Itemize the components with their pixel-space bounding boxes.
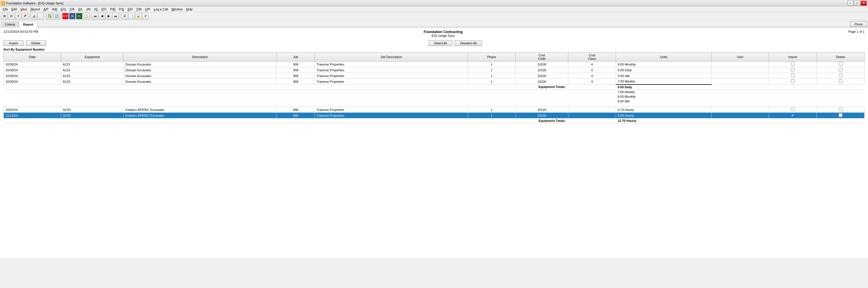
- cell-units: 9.00 Idle: [616, 73, 712, 79]
- menu-ar[interactable]: A/R: [50, 7, 59, 11]
- header-cost-class: CostClass: [568, 53, 616, 61]
- toolbar-btn-check[interactable]: ✅: [46, 13, 53, 19]
- tab-criteria[interactable]: Criteria: [1, 22, 19, 27]
- cell-description: Kobelco AP655C Excavator: [124, 113, 277, 118]
- menu-ps[interactable]: P/S: [117, 7, 126, 11]
- import-checkbox[interactable]: [791, 68, 795, 71]
- window-close-button[interactable]: ✕: [861, 1, 867, 6]
- minimize-button[interactable]: ─: [847, 1, 854, 6]
- cell-import[interactable]: [769, 113, 817, 118]
- toolbar-btn-doc[interactable]: 📑: [128, 13, 135, 19]
- menu-report[interactable]: Report: [29, 7, 42, 11]
- cell-cost-class: 4: [568, 61, 616, 67]
- toolbar-btn-refresh[interactable]: 🔄: [53, 13, 60, 19]
- menu-sd[interactable]: S/D: [126, 7, 134, 11]
- menu-file[interactable]: File: [1, 7, 10, 11]
- toolbar-btn-home[interactable]: ⊞: [1, 13, 7, 19]
- cell-units: 8.00 Hourly: [616, 113, 712, 118]
- delete-checkbox[interactable]: [839, 108, 842, 111]
- menu-ic[interactable]: I/C: [92, 7, 100, 11]
- cell-import[interactable]: [769, 79, 817, 85]
- toolbar-btn-clipboard[interactable]: 📋: [83, 13, 89, 19]
- report-datetime: 11/13/2024 03:53:43 PM: [3, 30, 38, 33]
- cell-delete[interactable]: [817, 67, 865, 73]
- select-all-button[interactable]: Select All: [429, 40, 453, 46]
- toolbar-btn-preview[interactable]: 📄: [38, 13, 44, 19]
- equipment-subtotal-row-monthly: 8.00 Monthly: [4, 94, 865, 99]
- toolbar-btn-sync[interactable]: ↺: [142, 13, 148, 19]
- toolbar-btn-pdf[interactable]: PDF: [62, 13, 69, 19]
- tab-bar: Criteria Report Close: [0, 20, 868, 28]
- menu-in[interactable]: I/N: [85, 7, 92, 11]
- toolbar-btn-new[interactable]: ⊟: [8, 13, 14, 19]
- toolbar-btn-next[interactable]: ▶: [105, 13, 112, 19]
- cell-equipment: A123: [61, 61, 123, 67]
- cell-delete[interactable]: [817, 61, 865, 67]
- cell-import[interactable]: [769, 61, 817, 67]
- import-checkbox[interactable]: [791, 79, 795, 83]
- menu-edit[interactable]: Edit: [10, 7, 19, 11]
- delete-checkbox[interactable]: [839, 62, 842, 66]
- cell-job: 908: [277, 107, 315, 113]
- toolbar-btn-prev[interactable]: ◀: [99, 13, 105, 19]
- restore-button[interactable]: □: [854, 1, 860, 6]
- menu-log-call[interactable]: Log a Call: [152, 7, 170, 11]
- table-row: 10/03/24 SC03 Kobelco AP655C Excavator 9…: [4, 107, 865, 113]
- cell-delete[interactable]: [817, 79, 865, 85]
- import-button[interactable]: Import: [3, 40, 24, 46]
- toolbar-btn-first[interactable]: ⏮: [92, 13, 98, 19]
- title-bar: F Foundation Software - [E/Q Usage Sync]…: [0, 0, 868, 6]
- toolbar-btn-lock[interactable]: 🔓: [135, 13, 142, 19]
- menu-fa[interactable]: F/A: [68, 7, 76, 11]
- menu-pr[interactable]: P/R: [108, 7, 117, 11]
- import-checkbox[interactable]: [791, 108, 795, 111]
- menu-ap[interactable]: A/P: [42, 7, 50, 11]
- cell-description: Doosan Excavator: [124, 67, 277, 73]
- table-row: 10/30/24 A123 Doosan Excavator 908 Trave…: [4, 73, 865, 79]
- deselect-all-button[interactable]: Deselect All: [455, 40, 482, 46]
- import-checkbox[interactable]: [791, 74, 795, 77]
- totals-units-2: 12.70 Hourly: [616, 118, 712, 123]
- cell-delete[interactable]: [817, 113, 865, 118]
- equipment-subtotal-row-weekly: 7.00 Weekly: [4, 89, 865, 94]
- menu-view[interactable]: View: [19, 7, 29, 11]
- cell-import[interactable]: [769, 67, 817, 73]
- header-phase: Phase: [468, 53, 516, 61]
- menu-window[interactable]: Window: [169, 7, 184, 11]
- toolbar: ⊞ ⊟ ✕ 📌 🖨 📄 ✅ 🔄 PDF W XL 📋 ⏮ ◀ ▶ ⏭ ☰ 📑 🔓…: [0, 12, 868, 20]
- toolbar-btn-word[interactable]: W: [69, 13, 75, 19]
- menu-tm[interactable]: T/M: [134, 7, 143, 11]
- toolbar-btn-last[interactable]: ⏭: [113, 13, 119, 19]
- toolbar-btn-print[interactable]: 🖨: [31, 13, 37, 19]
- delete-button[interactable]: Delete: [26, 40, 46, 46]
- menu-help[interactable]: Help: [184, 7, 194, 11]
- cell-cost-code: 10120: [516, 107, 568, 113]
- cell-description: Doosan Excavator: [124, 61, 277, 67]
- delete-checkbox[interactable]: [839, 74, 842, 77]
- menu-pc[interactable]: P/C: [100, 7, 108, 11]
- tab-report[interactable]: Report: [19, 22, 37, 28]
- cell-import[interactable]: [769, 73, 817, 79]
- delete-checkbox[interactable]: [839, 113, 842, 117]
- delete-checkbox[interactable]: [839, 68, 842, 71]
- toolbar-btn-pin[interactable]: 📌: [22, 13, 28, 19]
- cell-delete[interactable]: [817, 107, 865, 113]
- toolbar-btn-list[interactable]: ☰: [121, 13, 128, 19]
- equipment-totals-row-2: Equipment Totals: 12.70 Hourly: [4, 118, 865, 123]
- menu-gl[interactable]: G/L: [76, 7, 85, 11]
- delete-checkbox[interactable]: [839, 79, 842, 83]
- cell-delete[interactable]: [817, 73, 865, 79]
- cell-import[interactable]: [769, 107, 817, 113]
- close-report-button[interactable]: Close: [850, 21, 867, 27]
- table-header-row: Date Equipment Description Job Job Descr…: [4, 53, 865, 61]
- import-checkbox-checked[interactable]: [791, 113, 795, 117]
- menu-up[interactable]: U/P: [143, 7, 152, 11]
- toolbar-btn-excel[interactable]: XL: [76, 13, 82, 19]
- subtotal-units-idle: 9.00 Idle: [616, 99, 712, 105]
- cell-phase: 1: [468, 113, 516, 118]
- toolbar-btn-close[interactable]: ✕: [15, 13, 21, 19]
- cell-equipment: SC03: [61, 107, 123, 113]
- cell-user: [712, 107, 769, 113]
- menu-eq[interactable]: E/Q: [59, 7, 68, 11]
- import-checkbox[interactable]: [791, 62, 795, 66]
